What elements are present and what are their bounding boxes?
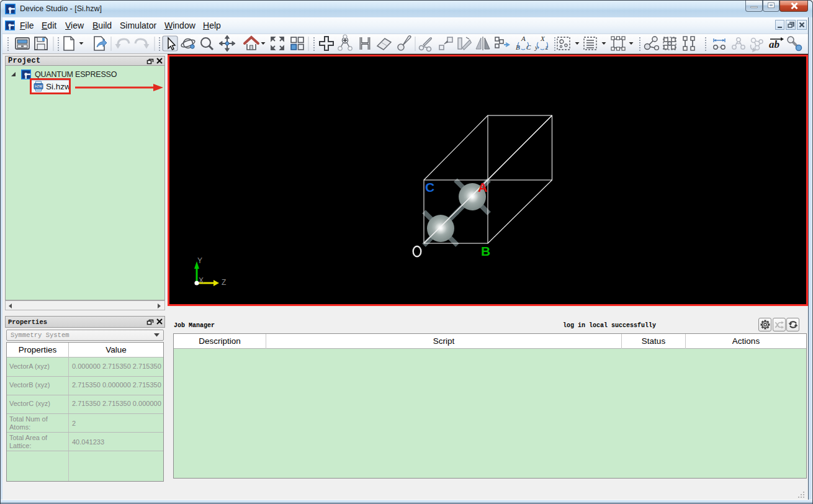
- svg-text:C: C: [425, 180, 434, 194]
- svg-text:Y: Y: [197, 256, 202, 265]
- svg-text:X: X: [199, 276, 204, 285]
- svg-text:B: B: [481, 244, 490, 258]
- svg-text:ab: ab: [769, 38, 779, 50]
- svg-text:A: A: [478, 180, 487, 194]
- svg-text:Z: Z: [222, 278, 226, 287]
- svg-text:X: X: [540, 35, 546, 42]
- svg-text:A: A: [521, 35, 526, 42]
